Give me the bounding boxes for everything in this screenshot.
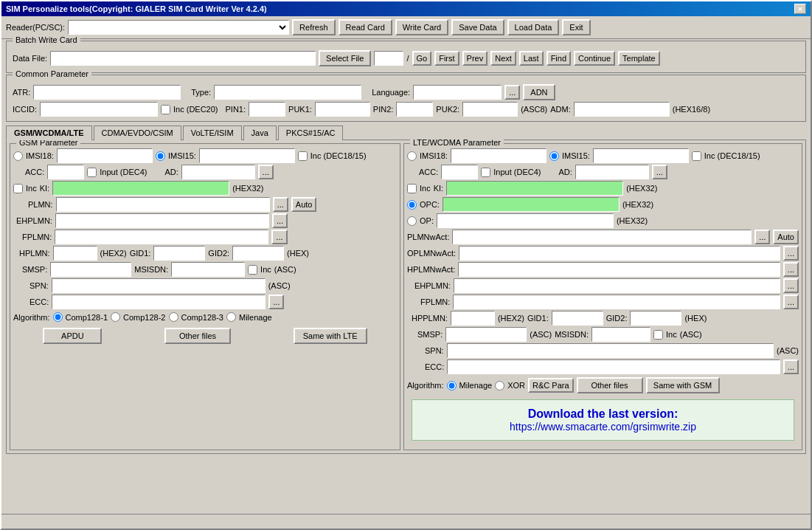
iccid-inc-check[interactable] [161, 105, 170, 114]
lte-ad-input[interactable] [575, 165, 649, 179]
gsm-other-files-button[interactable]: Other files [164, 328, 231, 344]
lte-msisdn-input[interactable] [591, 327, 650, 342]
write-card-button[interactable]: Write Card [395, 19, 448, 35]
gsm-ehplmn-dots-button[interactable]: ... [272, 213, 288, 228]
next-button[interactable]: Next [490, 51, 516, 66]
lte-milenage-radio[interactable] [447, 381, 457, 390]
lte-hpplmn-input[interactable] [451, 311, 495, 326]
promo-link[interactable]: https://www.smacarte.com/grsimwrite.zip [420, 421, 786, 433]
lte-imsi-inc-check[interactable] [692, 151, 701, 161]
lte-ki-inc-check[interactable] [407, 184, 417, 193]
reader-combo[interactable] [68, 20, 289, 35]
lte-ki-input[interactable]: 11111111111111111111111111111111 [446, 181, 623, 196]
gsm-comp128-2-radio[interactable] [111, 312, 120, 322]
gsm-msisdn-inc-check[interactable] [248, 265, 257, 275]
atr-input[interactable] [33, 85, 181, 100]
gsm-plmn-dots-button[interactable]: ... [273, 197, 288, 212]
gsm-imsi15-input[interactable]: 460021234567890 [199, 148, 295, 163]
prev-button[interactable]: Prev [462, 51, 488, 66]
language-input[interactable] [413, 85, 502, 100]
lte-op-radio[interactable] [407, 216, 417, 226]
gsm-acc-input[interactable]: 0001 [47, 165, 84, 179]
gsm-gid2-input[interactable] [232, 246, 284, 261]
gsm-gid1-input[interactable] [153, 246, 205, 261]
lte-gid2-input[interactable] [630, 311, 681, 326]
gsm-fplmn-dots-button[interactable]: ... [271, 230, 287, 244]
save-data-button[interactable]: Save Data [451, 19, 504, 35]
puk2-input[interactable]: 88888888 [462, 102, 518, 117]
find-button[interactable]: Find [546, 51, 571, 66]
first-button[interactable]: First [434, 51, 459, 66]
gsm-smsp-input[interactable] [50, 262, 131, 277]
refresh-button[interactable]: Refresh [292, 19, 336, 35]
gsm-imsi-inc-check[interactable] [298, 151, 308, 161]
go-button[interactable]: Go [412, 51, 432, 66]
gsm-ehplmn-input[interactable]: 46002 [55, 213, 269, 228]
gsm-milenage-radio[interactable] [226, 312, 236, 322]
gsm-apdu-button[interactable]: APDU [43, 328, 102, 344]
tab-cdma-evdo-csim[interactable]: CDMA/EVDO/CSIM [94, 125, 181, 140]
type-input[interactable] [214, 85, 361, 100]
lte-spn-input[interactable] [447, 343, 774, 358]
gsm-auto-button[interactable]: Auto [291, 197, 317, 212]
gsm-msisdn-input[interactable] [171, 262, 245, 277]
gsm-ecc-input[interactable]: 46002 [52, 295, 266, 309]
lte-ehplmn-dots-button[interactable]: ... [783, 278, 799, 293]
gsm-ki-inc-check[interactable] [13, 184, 23, 193]
gsm-fplmn-input[interactable] [55, 230, 268, 244]
lte-acc-input-check[interactable] [481, 168, 490, 177]
lte-oplmnwact-dots-button[interactable]: ... [783, 246, 799, 261]
lte-imsi15-input[interactable]: 460021234567890 [593, 148, 689, 163]
lte-plmnwact-dots-button[interactable]: ... [754, 230, 770, 244]
continue-button[interactable]: Continue [574, 51, 615, 66]
language-dots-button[interactable]: ... [504, 85, 520, 100]
data-file-input[interactable] [50, 51, 316, 66]
lte-plmnwact-input[interactable] [452, 230, 752, 244]
lte-fplmn-input[interactable] [453, 295, 780, 309]
gsm-spn-input[interactable]: Gialer [52, 278, 266, 293]
lte-same-with-gsm-button[interactable]: Same with GSM [646, 377, 720, 393]
tab-pkcs15[interactable]: PKCS#15/AC [278, 125, 344, 140]
lte-acc-input[interactable] [441, 165, 478, 179]
lte-msisdn-inc-check[interactable] [653, 330, 663, 340]
puk1-input[interactable]: 88888888 [315, 102, 370, 117]
lte-ecc-dots-button[interactable]: ... [783, 359, 799, 374]
lte-rc-para-button[interactable]: R&C Para [528, 378, 574, 393]
lte-gid1-input[interactable] [552, 311, 603, 326]
tab-volte-isim[interactable]: VoLTE/ISIM [183, 125, 242, 140]
adm-input[interactable]: 3838383838383838 [574, 102, 670, 117]
gsm-ecc-dots-button[interactable]: ... [268, 295, 284, 309]
lte-fplmn-dots-button[interactable]: ... [783, 295, 799, 309]
load-data-button[interactable]: Load Data [507, 19, 560, 35]
lte-oplmnwact-input[interactable] [459, 246, 780, 261]
read-card-button[interactable]: Read Card [339, 19, 392, 35]
tab-gsm-wcdma-lte[interactable]: GSM/WCDMA/LTE [6, 125, 92, 140]
close-button[interactable]: × [794, 4, 806, 14]
template-button[interactable]: Template [618, 51, 660, 66]
last-button[interactable]: Last [519, 51, 544, 66]
gsm-ad-input[interactable] [181, 165, 255, 179]
gsm-comp128-1-radio[interactable] [53, 312, 63, 322]
gsm-comp128-3-radio[interactable] [169, 312, 178, 322]
gsm-imsi18-radio[interactable] [13, 151, 23, 161]
lte-hplmnwact-dots-button[interactable]: ... [783, 262, 799, 277]
gsm-plmn-input[interactable]: 46002 [56, 197, 270, 212]
lte-other-files-button[interactable]: Other files [577, 377, 643, 393]
gsm-hplmn-input[interactable] [53, 246, 97, 261]
adn-button[interactable]: ADN [523, 84, 555, 100]
exit-button[interactable]: Exit [562, 19, 590, 35]
select-file-button[interactable]: Select File [319, 50, 371, 66]
lte-opc-radio[interactable] [407, 200, 417, 210]
lte-xor-radio[interactable] [495, 381, 504, 390]
lte-ecc-input[interactable] [447, 359, 780, 374]
lte-smsp-input[interactable] [445, 327, 527, 342]
lte-ad-dots-button[interactable]: ... [652, 165, 667, 179]
lte-imsi18-radio[interactable] [407, 151, 417, 161]
gsm-acc-input-check[interactable] [87, 168, 97, 177]
lte-ehplmn-input[interactable] [454, 278, 780, 293]
lte-imsi18-input[interactable]: 809460021234567890 [451, 148, 546, 163]
gsm-same-with-lte-button[interactable]: Same with LTE [294, 328, 367, 344]
gsm-imsi18-input[interactable]: 809460021234567890 [57, 148, 153, 163]
lte-auto-button[interactable]: Auto [773, 230, 799, 244]
tab-java[interactable]: Java [243, 125, 277, 140]
